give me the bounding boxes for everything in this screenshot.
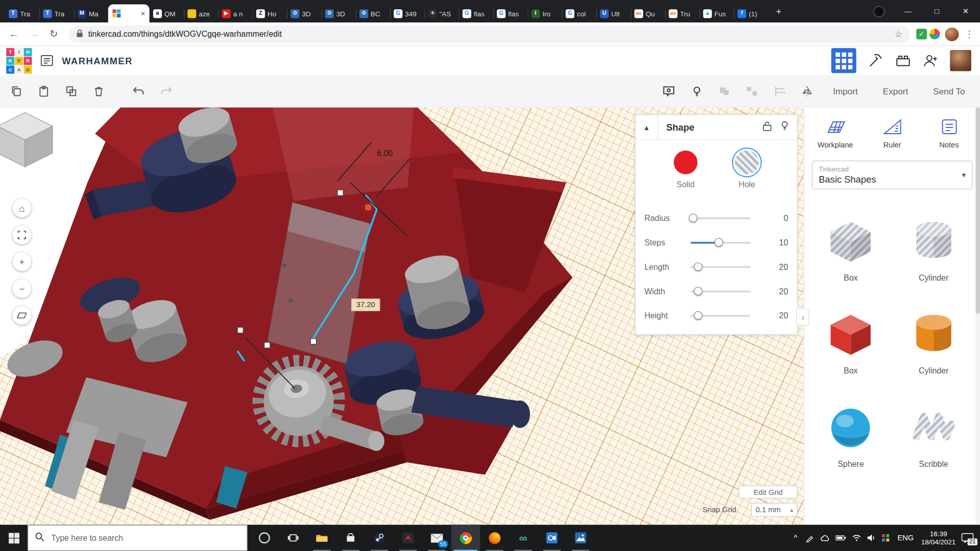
slider-handle[interactable] — [694, 262, 702, 271]
browser-tab-active[interactable]: ✕ — [108, 5, 150, 23]
bookmark-star-icon[interactable]: ☆ — [895, 29, 902, 39]
delete-icon[interactable] — [92, 85, 105, 97]
taskbar-store[interactable] — [336, 525, 365, 551]
browser-tab[interactable]: ⚙3D — [287, 5, 321, 23]
hole-option[interactable]: Hole — [735, 151, 759, 189]
group-icon[interactable] — [718, 85, 730, 97]
tray-color-app-icon[interactable] — [881, 534, 890, 542]
mirror-icon[interactable] — [800, 85, 813, 97]
dimension-length-field[interactable]: 37.20 — [351, 298, 380, 311]
reload-icon[interactable]: ↻ — [45, 28, 62, 40]
zoom-out-button[interactable]: − — [12, 279, 31, 298]
shape-tile-sphere[interactable]: Sphere — [824, 400, 877, 468]
browser-tab[interactable]: MMa — [74, 5, 108, 23]
start-button[interactable] — [0, 525, 28, 551]
close-button[interactable]: ✕ — [951, 0, 980, 22]
taskbar-cortana[interactable] — [250, 525, 279, 551]
taskbar-chrome[interactable] — [451, 525, 480, 551]
omnibox[interactable]: tinkercad.com/things/dtkWOGVCgqe-warhamm… — [69, 26, 910, 43]
sidebar-scrollbar[interactable] — [975, 108, 980, 525]
slider-handle[interactable] — [715, 238, 723, 247]
zoom-in-button[interactable]: + — [12, 253, 31, 271]
snap-grid-select[interactable]: 0.1 mm ▴ — [751, 503, 798, 517]
browser-tab[interactable]: Gcol — [562, 5, 596, 23]
home-view-button[interactable]: ⌂ — [12, 198, 31, 217]
browser-tab[interactable]: TTra — [39, 5, 74, 23]
browser-tab[interactable]: Gflas — [493, 5, 527, 23]
taskbar-game[interactable] — [394, 525, 422, 551]
browser-tab[interactable]: ▲Fus — [699, 5, 733, 23]
browser-tab[interactable]: f(1) — [734, 5, 768, 23]
battery-icon[interactable] — [836, 535, 846, 541]
redo-icon[interactable] — [160, 85, 174, 97]
browser-tab[interactable]: IIro — [527, 5, 561, 23]
url-text[interactable]: tinkercad.com/things/dtkWOGVCgqe-warhamm… — [88, 30, 890, 39]
import-button[interactable]: Import — [828, 82, 863, 99]
flat-view-button[interactable] — [12, 306, 31, 325]
shape-tile-hole-box[interactable]: Box — [824, 214, 877, 282]
minecraft-pickaxe-icon[interactable] — [868, 53, 884, 69]
slider-handle[interactable] — [694, 311, 702, 320]
tray-clock[interactable]: 16:39 18/04/2021 — [921, 530, 955, 546]
share-person-icon[interactable] — [922, 53, 939, 68]
duplicate-icon[interactable] — [65, 85, 77, 97]
slider-track[interactable] — [691, 217, 751, 219]
browser-profile-avatar[interactable] — [945, 27, 959, 41]
browser-tab[interactable]: ZHo — [253, 5, 287, 23]
taskbar-search[interactable] — [28, 525, 248, 551]
browser-tab[interactable]: MGTru — [665, 5, 699, 23]
tool-ruler[interactable]: Ruler — [865, 117, 919, 149]
ungroup-icon[interactable] — [745, 85, 757, 97]
taskbar-movies[interactable] — [537, 525, 566, 551]
browser-tab[interactable]: ⚙3D — [321, 5, 355, 23]
maximize-button[interactable]: □ — [922, 0, 951, 22]
cloud-icon[interactable] — [820, 535, 830, 541]
browser-tab[interactable]: MGQu — [631, 5, 665, 23]
tab-strip-profile-icon[interactable] — [873, 5, 885, 17]
shape-tile-cylinder[interactable]: Cylinder — [908, 307, 960, 375]
tool-workplane[interactable]: Workplane — [808, 117, 862, 149]
slider-track[interactable] — [691, 266, 751, 268]
new-tab-button[interactable]: + — [771, 3, 787, 19]
inspector-collapse-button[interactable]: ▲ — [635, 115, 658, 140]
slider-track[interactable] — [691, 290, 751, 292]
forward-icon[interactable]: → — [25, 29, 42, 40]
taskbar-firefox[interactable] — [480, 525, 508, 551]
scrollbar-thumb[interactable] — [975, 108, 980, 314]
language-indicator[interactable]: ENG — [896, 534, 916, 542]
taskbar-search-input[interactable] — [50, 533, 240, 543]
panel-collapse-chevron[interactable]: › — [796, 309, 810, 325]
back-icon[interactable]: ← — [5, 29, 22, 40]
browser-tab[interactable]: G349 — [390, 5, 424, 23]
browser-tab[interactable]: Gflas — [459, 5, 493, 23]
export-button[interactable]: Export — [878, 82, 913, 99]
taskbar-explorer[interactable] — [307, 525, 336, 551]
solid-option[interactable]: Solid — [674, 151, 698, 189]
shape-tile-hole-cylinder[interactable]: Cylinder — [908, 214, 960, 282]
volume-icon[interactable] — [867, 534, 875, 542]
slider-track[interactable] — [691, 241, 751, 243]
browser-tab[interactable]: aze — [184, 5, 218, 23]
taskbar-loop[interactable]: ∞ — [509, 525, 537, 551]
shape-tile-scribble[interactable]: Scribble — [908, 400, 960, 468]
slider-handle[interactable] — [689, 214, 697, 222]
tool-notes[interactable]: Notes — [922, 117, 976, 149]
pen-icon[interactable] — [805, 534, 814, 542]
taskbar-steam[interactable] — [365, 525, 394, 551]
visibility-bulb-icon[interactable] — [780, 120, 789, 134]
taskbar-photos[interactable] — [566, 525, 595, 551]
bulb-icon[interactable] — [691, 85, 703, 97]
browser-tab[interactable]: TTra — [5, 5, 39, 23]
shape-library-select[interactable]: Tinkercad Basic Shapes ▾ — [812, 161, 973, 189]
wifi-icon[interactable] — [852, 534, 861, 542]
copy-icon[interactable] — [10, 85, 22, 97]
show-all-icon[interactable] — [662, 85, 675, 97]
undo-icon[interactable] — [131, 85, 145, 97]
user-avatar[interactable] — [950, 50, 971, 71]
view-cube[interactable] — [0, 108, 54, 170]
slider-handle[interactable] — [694, 287, 702, 295]
design-title[interactable]: WARHAMMER — [62, 55, 133, 66]
browser-tab[interactable]: ▶a n — [218, 5, 252, 23]
browser-tab[interactable]: ✳"AS — [424, 5, 458, 23]
tinkercad-logo[interactable]: TINKERCAD — [6, 48, 32, 73]
